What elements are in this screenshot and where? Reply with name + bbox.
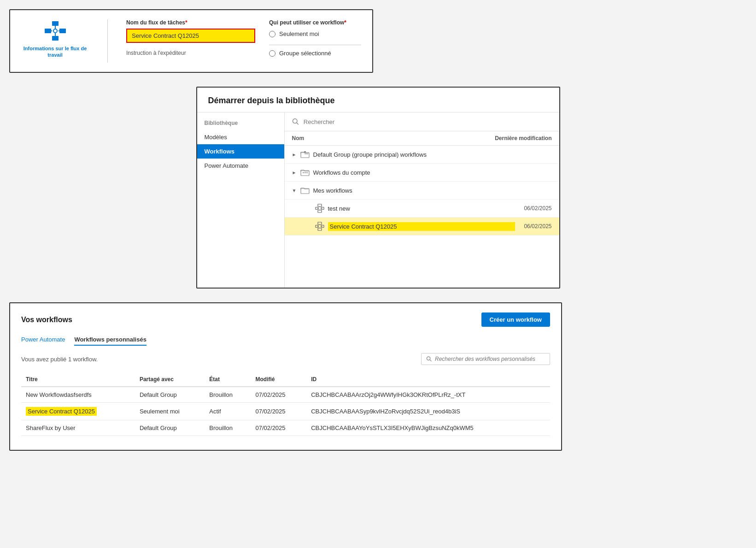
svg-rect-15 xyxy=(303,172,304,173)
workflow-name-input[interactable] xyxy=(126,29,255,43)
table-head: Titre Partagé avec État Modifié ID xyxy=(21,372,550,387)
workflow-icon xyxy=(44,19,67,42)
tree-list: ► Default Group (groupe principal) workf… xyxy=(285,146,559,236)
table-row[interactable]: New Workflowdasfserdfs Default Group Bro… xyxy=(21,387,550,403)
col-modified: Dernière modification xyxy=(495,135,551,141)
highlighted-title-2: Service Contract Q12025 xyxy=(26,407,97,416)
search-icon xyxy=(292,118,299,125)
instruction-label: Instruction à l'expéditeur xyxy=(126,50,186,56)
sidebar-section-label: Bibliothèque xyxy=(197,120,284,130)
radio-group-selected[interactable]: Groupe sélectionné xyxy=(269,50,361,57)
tree-item-service-contract[interactable]: Service Contract Q12025 06/02/2025 xyxy=(285,218,559,236)
svg-rect-3 xyxy=(59,29,66,33)
radio-label-group: Groupe sélectionné xyxy=(279,50,331,57)
tree-item-workflows-compte[interactable]: ► Workflows du compte xyxy=(285,164,559,182)
sidebar-item-workflows[interactable]: Workflows xyxy=(197,144,284,159)
row-title-3: ShareFlux by User xyxy=(21,420,135,436)
row-modified-3: 07/02/2025 xyxy=(251,420,307,436)
row-id-2: CBJCHBCAABAASyp9kvlHZoRvcjdq52S2Ui_reod4… xyxy=(306,403,550,420)
sidebar-item-modeles[interactable]: Modèles xyxy=(197,130,284,144)
workflows-title: Vos workflows xyxy=(21,316,72,324)
row-modified-2: 07/02/2025 xyxy=(251,403,307,420)
svg-rect-11 xyxy=(301,153,309,158)
tree-item-mes-workflows[interactable]: ▼ Mes workflows xyxy=(285,182,559,200)
row-title-2: Service Contract Q12025 xyxy=(21,403,135,420)
col-name: Nom xyxy=(292,135,305,141)
tree-item-default-group[interactable]: ► Default Group (groupe principal) workf… xyxy=(285,146,559,164)
svg-point-35 xyxy=(427,357,430,360)
radio-only-me[interactable]: Seulement moi xyxy=(269,30,361,37)
workflow-form: Nom du flux de tâches* Instruction à l'e… xyxy=(126,19,255,63)
radio-group: Seulement moi Groupe sélectionné xyxy=(269,30,361,57)
required-marker: * xyxy=(185,19,188,26)
tree-item-label-service-contract: Service Contract Q12025 xyxy=(328,222,515,231)
folder-group-icon xyxy=(300,150,310,159)
radio-circle-only-me xyxy=(269,31,275,37)
library-content: Nom Dernière modification ► Def xyxy=(285,112,559,288)
workflows-search-input[interactable] xyxy=(435,356,545,362)
svg-rect-18 xyxy=(301,189,309,194)
search-icon-workflows xyxy=(426,356,432,362)
library-dialog-body: Bibliothèque Modèles Workflows Power Aut… xyxy=(197,112,559,288)
tree-item-label-test-new: test new xyxy=(328,205,515,212)
svg-rect-20 xyxy=(318,210,322,212)
col-shared: Partagé avec xyxy=(135,372,205,387)
table-row-highlighted[interactable]: Service Contract Q12025 Seulement moi Ac… xyxy=(21,403,550,420)
folder-icon xyxy=(300,186,310,195)
sidebar-item-power-automate[interactable]: Power Automate xyxy=(197,159,284,173)
svg-rect-13 xyxy=(305,153,308,154)
row-modified-1: 07/02/2025 xyxy=(251,387,307,403)
chevron-right-icon-2: ► xyxy=(292,170,299,175)
workflows-search-box[interactable] xyxy=(421,353,550,365)
svg-rect-17 xyxy=(306,172,308,173)
panel-your-workflows: Vos workflows Créer un workflow Power Au… xyxy=(9,302,562,451)
create-workflow-button[interactable]: Créer un workflow xyxy=(481,312,550,327)
workflow-small-icon-2 xyxy=(315,222,324,231)
workflow-small-icon-1 xyxy=(315,204,324,213)
table-header: Nom Dernière modification xyxy=(285,131,559,146)
divider xyxy=(107,19,108,63)
col-state: État xyxy=(205,372,251,387)
instruction-section: Instruction à l'expéditeur xyxy=(126,49,255,56)
svg-rect-28 xyxy=(318,228,322,230)
chevron-down-icon: ▼ xyxy=(292,188,299,193)
svg-rect-2 xyxy=(45,29,51,33)
row-id-3: CBJCHBCAABAAYoYsSTLX3I5EHXyBWJigBzsuNZq0… xyxy=(306,420,550,436)
col-modified: Modifié xyxy=(251,372,307,387)
table-row-3[interactable]: ShareFlux by User Default Group Brouillo… xyxy=(21,420,550,436)
svg-rect-19 xyxy=(318,204,322,206)
row-shared-3: Default Group xyxy=(135,420,205,436)
workflows-nav: Power Automate Workflows personnalisés xyxy=(21,334,550,346)
name-label: Nom du flux de tâches* xyxy=(126,19,255,26)
library-search-input[interactable] xyxy=(304,118,552,125)
nav-custom-workflows[interactable]: Workflows personnalisés xyxy=(74,334,147,346)
name-section: Nom du flux de tâches* xyxy=(126,19,255,43)
radio-circle-group xyxy=(269,50,275,57)
radio-divider xyxy=(269,45,361,45)
svg-line-36 xyxy=(430,360,431,361)
tree-item-date-test-new: 06/02/2025 xyxy=(515,205,552,212)
tree-item-label-default-group: Default Group (groupe principal) workflo… xyxy=(313,151,552,158)
panel-workflow-info: Informations sur le flux de travail Nom … xyxy=(9,9,373,73)
workflow-info-sidebar: Informations sur le flux de travail xyxy=(21,19,94,59)
folder-grid-icon xyxy=(300,168,310,177)
nav-power-automate[interactable]: Power Automate xyxy=(21,334,65,346)
workflow-icon-label: Informations sur le flux de travail xyxy=(21,45,89,59)
library-search-bar xyxy=(285,112,559,131)
svg-rect-12 xyxy=(304,151,306,153)
permissions-label: Qui peut utiliser ce workflow* xyxy=(269,19,361,26)
permissions-section: Qui peut utiliser ce workflow* Seulement… xyxy=(269,19,361,57)
library-sidebar: Bibliothèque Modèles Workflows Power Aut… xyxy=(197,112,285,288)
svg-rect-16 xyxy=(305,172,306,173)
table-header-row: Titre Partagé avec État Modifié ID xyxy=(21,372,550,387)
tree-item-test-new[interactable]: test new 06/02/2025 xyxy=(285,200,559,218)
workflows-info-row: Vous avez publié 1 workflow. xyxy=(21,353,550,365)
radio-label-only-me: Seulement moi xyxy=(279,30,319,37)
workflows-header: Vos workflows Créer un workflow xyxy=(21,312,550,327)
tree-item-label-workflows-compte: Workflows du compte xyxy=(313,169,552,176)
row-state-3: Brouillon xyxy=(205,420,251,436)
col-title: Titre xyxy=(21,372,135,387)
workflows-table-wrapper: Titre Partagé avec État Modifié ID New W… xyxy=(21,372,550,436)
row-shared-2: Seulement moi xyxy=(135,403,205,420)
row-id-1: CBJCHBCAABAArzOj2g4WWfyIHGk3OKRtOfPLrRz_… xyxy=(306,387,550,403)
